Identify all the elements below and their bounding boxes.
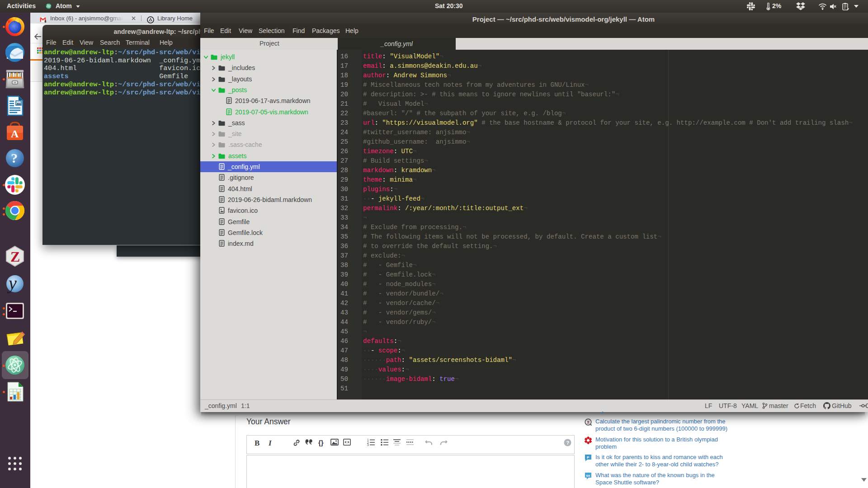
svg-text:P: P	[587, 455, 590, 460]
svg-text:A: A	[11, 128, 19, 140]
svg-text:sx: sx	[586, 474, 590, 478]
svg-text:3: 3	[367, 443, 369, 446]
svg-text:Z: Z	[10, 249, 20, 265]
svg-text:?: ?	[566, 440, 570, 446]
svg-text:y: y	[7, 273, 17, 293]
svg-text:?: ?	[11, 150, 18, 165]
svg-text:6: 6	[45, 20, 47, 23]
